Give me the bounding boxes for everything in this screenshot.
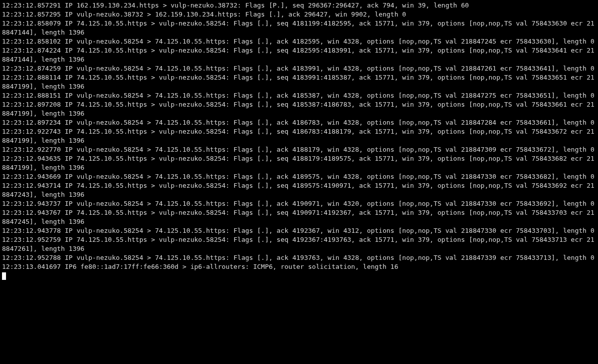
tcpdump-lines: 12:23:12.857291 IP 162.159.130.234.https…: [2, 2, 594, 270]
terminal-cursor: [2, 272, 6, 280]
terminal-output[interactable]: 12:23:12.857291 IP 162.159.130.234.https…: [0, 0, 598, 282]
